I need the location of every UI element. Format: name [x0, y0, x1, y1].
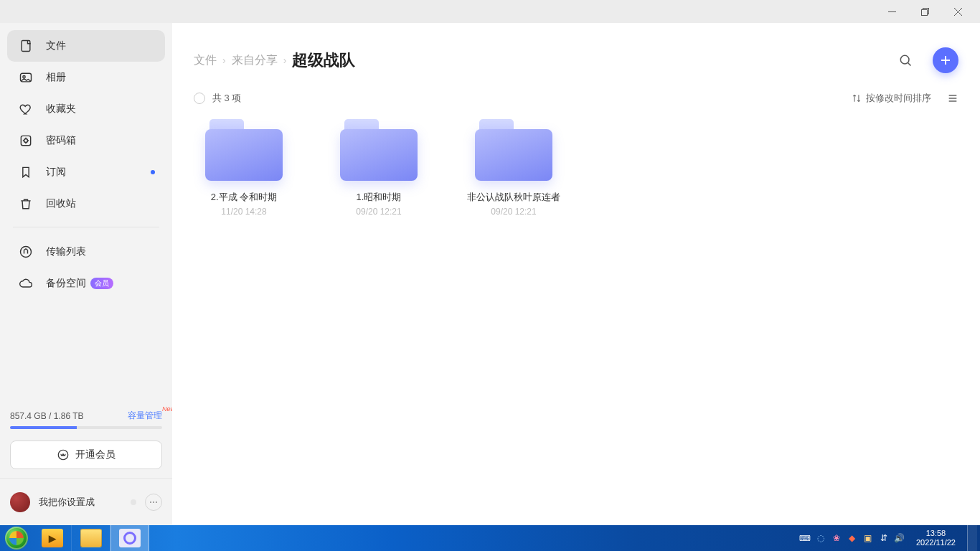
sidebar-item-transfer[interactable]: 传输列表: [7, 236, 165, 268]
album-icon: [19, 70, 33, 85]
folder-icon: [205, 119, 283, 181]
sidebar-item-backup[interactable]: 备份空间 会员: [7, 268, 165, 299]
svg-rect-5: [22, 41, 30, 52]
sidebar-item-label: 备份空间: [46, 277, 86, 290]
sidebar: 文件 相册 收藏夹 密码箱 订阅 回收站 传输列表: [0, 23, 172, 525]
taskbar-app-player[interactable]: ▶: [33, 525, 72, 551]
sidebar-item-safe[interactable]: 密码箱: [7, 125, 165, 156]
cloud-icon: [19, 276, 33, 291]
safe-icon: [19, 133, 33, 148]
svg-rect-2: [921, 9, 927, 15]
folder-date: 11/20 14:28: [194, 207, 294, 217]
taskbar-app-explorer[interactable]: [72, 525, 110, 551]
folder-name: 非公认战队秋叶原连者: [463, 191, 564, 204]
select-all-checkbox[interactable]: [194, 93, 205, 104]
crumb-share[interactable]: 来自分享: [232, 53, 278, 68]
files-icon: [19, 39, 33, 53]
content-area: 文件 › 来自分享 › 超级战队 共 3 项: [172, 23, 980, 525]
svg-point-7: [23, 76, 25, 78]
minimize-button[interactable]: [875, 0, 908, 23]
item-count: 共 3 项: [212, 92, 241, 105]
folder-icon: [475, 119, 552, 181]
breadcrumb: 文件 › 来自分享 › 超级战队: [194, 50, 355, 71]
folder-grid: 2.平成 令和时期 11/20 14:28 1.昭和时期 09/20 12:21…: [194, 105, 958, 217]
folder-item[interactable]: 2.平成 令和时期 11/20 14:28: [194, 119, 294, 217]
folder-item[interactable]: 1.昭和时期 09/20 12:21: [329, 119, 429, 217]
crown-icon: [57, 448, 70, 461]
sidebar-item-label: 相册: [46, 71, 66, 84]
user-name: 我把你设置成: [39, 496, 122, 509]
sidebar-item-favorites[interactable]: 收藏夹: [7, 93, 165, 125]
tray-volume-icon[interactable]: 🔊: [895, 533, 905, 543]
folder-icon: [340, 119, 418, 181]
crumb-current: 超级战队: [292, 50, 355, 71]
svg-point-10: [21, 247, 32, 258]
show-desktop-button[interactable]: [967, 525, 977, 551]
avatar: [10, 492, 30, 512]
sidebar-item-label: 订阅: [46, 166, 66, 179]
close-button[interactable]: [941, 0, 974, 23]
sidebar-item-label: 收藏夹: [46, 103, 76, 116]
sort-icon: [852, 93, 862, 103]
tray-network-icon[interactable]: ⇵: [879, 533, 889, 543]
sidebar-item-album[interactable]: 相册: [7, 62, 165, 93]
more-button[interactable]: ⋯: [145, 494, 162, 511]
folder-name: 1.昭和时期: [329, 191, 429, 204]
view-toggle-button[interactable]: [947, 93, 958, 104]
chevron-right-icon: ›: [283, 55, 287, 66]
storage-text: 857.4 GB / 1.86 TB: [10, 411, 84, 421]
tray-spinner-icon[interactable]: ◌: [816, 533, 826, 543]
add-button[interactable]: [933, 47, 958, 73]
sidebar-item-label: 传输列表: [46, 245, 86, 258]
trash-icon: [19, 197, 33, 211]
folder-item[interactable]: 非公认战队秋叶原连者 09/20 12:21: [463, 119, 564, 217]
sidebar-item-label: 回收站: [46, 197, 76, 210]
heart-icon: [19, 102, 33, 116]
open-vip-button[interactable]: 开通会员: [10, 441, 162, 469]
tray-app-icon[interactable]: ❀: [831, 533, 842, 543]
storage-block: 857.4 GB / 1.86 TB 容量管理 New 开通会员: [7, 410, 165, 478]
folder-name: 2.平成 令和时期: [194, 191, 294, 204]
tray-app-icon[interactable]: ▣: [863, 533, 873, 543]
svg-rect-8: [21, 136, 30, 145]
storage-manage-link[interactable]: 容量管理 New: [128, 410, 162, 422]
sidebar-item-label: 文件: [46, 39, 66, 52]
sidebar-item-subscribe[interactable]: 订阅: [7, 156, 165, 188]
folder-date: 09/20 12:21: [463, 207, 564, 217]
bookmark-icon: [19, 165, 33, 179]
crumb-root[interactable]: 文件: [194, 53, 217, 68]
svg-point-12: [900, 55, 909, 64]
sidebar-item-label: 密码箱: [46, 134, 76, 147]
user-row[interactable]: 我把你设置成 ⋯: [0, 478, 172, 525]
chevron-right-icon: ›: [222, 55, 226, 66]
tray-icons: ⌨ ◌ ❀ ◆ ▣ ⇵ 🔊: [800, 533, 905, 543]
taskbar-app-current[interactable]: [110, 525, 149, 551]
storage-progressbar: [10, 426, 162, 429]
vip-badge: 会员: [90, 278, 113, 289]
taskbar-clock[interactable]: 13:58 2022/11/22: [912, 529, 960, 547]
maximize-button[interactable]: [908, 0, 941, 23]
window-titlebar: [0, 0, 980, 23]
folder-date: 09/20 12:21: [329, 207, 429, 217]
svg-point-9: [24, 139, 28, 143]
start-button[interactable]: [0, 525, 33, 551]
transfer-icon: [19, 245, 33, 259]
tray-app-icon[interactable]: ◆: [847, 533, 857, 543]
tray-ime-icon[interactable]: ⌨: [800, 533, 810, 543]
sidebar-divider: [13, 227, 159, 227]
status-dot: [131, 499, 136, 505]
sort-button[interactable]: 按修改时间排序: [852, 92, 931, 105]
search-button[interactable]: [892, 47, 918, 73]
sidebar-item-files[interactable]: 文件: [7, 30, 165, 62]
sidebar-item-trash[interactable]: 回收站: [7, 188, 165, 220]
notification-dot: [151, 170, 155, 174]
taskbar: ▶ ⌨ ◌ ❀ ◆ ▣ ⇵ 🔊 13:58 2022/11/22: [0, 525, 980, 551]
